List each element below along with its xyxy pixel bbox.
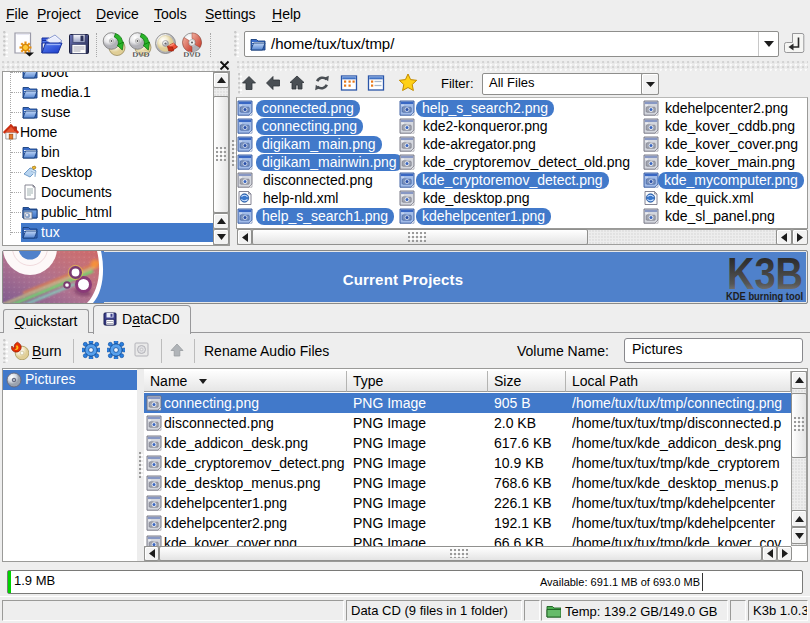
- svg-text:DVD: DVD: [184, 50, 201, 58]
- svg-text:DVD: DVD: [133, 50, 150, 59]
- svg-text:KDE burning tool: KDE burning tool: [726, 291, 803, 302]
